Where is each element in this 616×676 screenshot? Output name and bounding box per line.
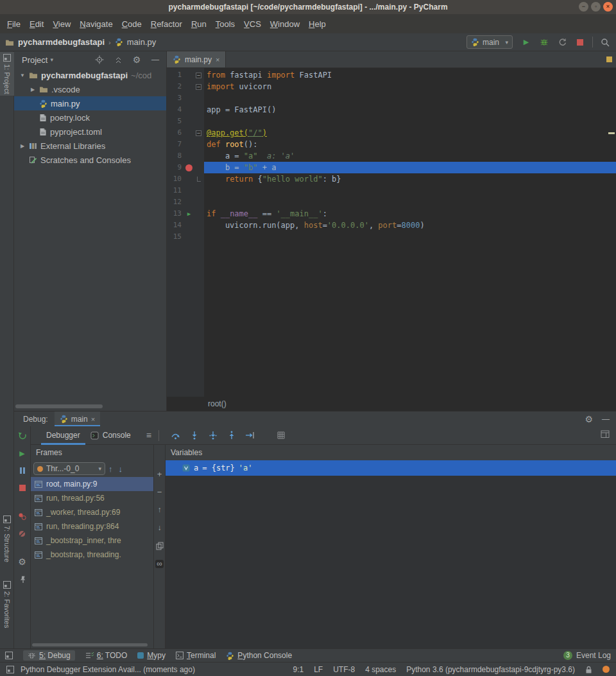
tool-button-structure[interactable]: 7: Structure	[0, 514, 14, 564]
code-line[interactable]: 14 uvicorn.run(app, host='0.0.0.0', port…	[167, 220, 616, 231]
gear-icon[interactable]: ⚙	[585, 415, 593, 424]
editor-tab-main-py[interactable]: main.py ×	[167, 51, 226, 67]
chevron-down-icon[interactable]: ▾	[50, 56, 53, 63]
line-number[interactable]: 3	[167, 92, 184, 104]
run-to-cursor-button[interactable]	[244, 429, 256, 441]
bug-button[interactable]	[538, 37, 550, 48]
fold-end-icon[interactable]	[197, 177, 201, 182]
run-line-icon[interactable]: ▶	[187, 208, 191, 220]
menu-item-file[interactable]: File	[3, 17, 25, 31]
line-number[interactable]: 14	[167, 220, 184, 231]
stack-frame-row[interactable]: _bootstrap_inner, thre	[31, 533, 153, 548]
tool-window-button-python-console[interactable]: Python Console	[226, 651, 292, 660]
tab-debugger[interactable]: Debugger	[41, 426, 85, 445]
menu-item-run[interactable]: Run	[187, 17, 211, 31]
pin-button[interactable]	[17, 573, 28, 585]
code-line[interactable]: 13▶if __name__ == '__main__':	[167, 208, 616, 220]
locate-button[interactable]	[94, 54, 105, 65]
previous-frame-icon[interactable]: ↑	[108, 464, 113, 474]
line-number[interactable]: 13	[167, 208, 184, 220]
code-line[interactable]: 9 b = "b" + a	[167, 162, 616, 173]
menu-item-code[interactable]: Code	[117, 17, 146, 31]
line-number[interactable]: 11	[167, 185, 184, 196]
expand-arrow-icon[interactable]: ▶	[19, 143, 26, 149]
resume-button[interactable]: ▶	[17, 447, 28, 459]
collapse-button[interactable]	[112, 54, 124, 65]
tree-item--vscode[interactable]: ▶.vscode	[14, 82, 166, 96]
toolwindow-switcher-icon[interactable]	[6, 666, 14, 673]
code-line[interactable]: 4app = FastAPI()	[167, 104, 616, 116]
lock-icon[interactable]	[585, 666, 592, 673]
menu-item-window[interactable]: Window	[266, 17, 304, 31]
view-breakpoints-grid-button[interactable]	[275, 429, 287, 441]
line-number[interactable]: 15	[167, 231, 184, 243]
menu-item-vcs[interactable]: VCS	[239, 17, 266, 31]
tree-item-pyproject-toml[interactable]: pyproject.toml	[14, 125, 166, 139]
step-over-button[interactable]	[170, 429, 182, 441]
thread-selector[interactable]: Thr...-0_0 ▾	[33, 462, 105, 475]
caret-position[interactable]: 9:1	[293, 665, 304, 674]
settings-button[interactable]: ⚙	[131, 54, 142, 65]
code-line[interactable]: 2−import uvicorn	[167, 81, 616, 92]
search-button[interactable]	[599, 37, 611, 48]
line-number[interactable]: 5	[167, 116, 184, 127]
step-into-button[interactable]	[189, 429, 200, 441]
code-line[interactable]: 7def root():	[167, 139, 616, 150]
line-number[interactable]: 8	[167, 150, 184, 162]
minimize-button[interactable]: −	[579, 2, 588, 12]
code-line[interactable]: 12	[167, 196, 616, 208]
line-number[interactable]: 9	[167, 162, 184, 173]
next-frame-icon[interactable]: ↓	[119, 464, 123, 474]
variable-row[interactable]: a = {str} 'a'	[166, 460, 616, 476]
tree-item-main-py[interactable]: main.py	[14, 96, 166, 110]
code-line[interactable]: 3	[167, 92, 616, 104]
close-session-icon[interactable]: ×	[91, 415, 95, 423]
line-number[interactable]: 4	[167, 104, 184, 116]
hide-button[interactable]: —	[150, 54, 161, 65]
stack-frame-row[interactable]: _worker, thread.py:69	[31, 505, 153, 519]
tool-window-button-mypy[interactable]: Mypy	[137, 651, 166, 660]
stop-red-button[interactable]	[17, 482, 28, 494]
tool-window-button-6-todo[interactable]: 6: TODO	[85, 651, 128, 660]
stack-frame-row[interactable]: run, thread.py:56	[31, 491, 153, 505]
settings-button[interactable]: ⚙	[17, 556, 28, 568]
tool-window-button-5-debug[interactable]: 5: Debug	[23, 650, 75, 661]
breadcrumb-project[interactable]: pycharmdebugfastapi	[18, 37, 105, 47]
expand-arrow-icon[interactable]: ▶	[30, 87, 36, 92]
hide-panel-icon[interactable]: —	[602, 415, 610, 423]
fold-collapse-icon[interactable]: −	[196, 130, 201, 136]
menu-item-refactor[interactable]: Refactor	[146, 17, 187, 31]
tree-item-external-libraries[interactable]: ▶External Libraries	[14, 139, 166, 153]
breadcrumb-file[interactable]: main.py	[127, 37, 157, 47]
stack-frame-row[interactable]: root, main.py:9	[31, 477, 153, 491]
code-line[interactable]: 8 a = "a" a: 'a'	[167, 150, 616, 162]
indent-style[interactable]: 4 spaces	[365, 665, 396, 674]
toolwindow-toggle-icon[interactable]	[5, 652, 13, 659]
pause-button[interactable]	[17, 465, 28, 476]
code-line[interactable]: 10 return {"hello world": b}	[167, 173, 616, 185]
collapse-arrow-icon[interactable]: ▼	[19, 73, 26, 78]
close-button[interactable]: ×	[603, 2, 613, 12]
tab-console[interactable]: Console	[85, 426, 136, 445]
mute-breakpoints-button[interactable]	[17, 528, 28, 539]
file-encoding[interactable]: UTF-8	[333, 665, 355, 674]
maximize-button[interactable]: ▫	[591, 2, 601, 12]
line-number[interactable]: 1	[167, 69, 184, 81]
line-number[interactable]: 10	[167, 173, 184, 185]
line-number[interactable]: 6	[167, 127, 184, 139]
add-watch-button[interactable]: +	[154, 468, 166, 480]
code-line[interactable]: 6−@app.get("/")	[167, 127, 616, 139]
error-stripe-mark[interactable]	[608, 132, 615, 134]
tree-item-scratches-and-consoles[interactable]: Scratches and Consoles	[14, 153, 166, 167]
move-up-button[interactable]: ↑	[154, 504, 166, 516]
rerun-button[interactable]	[17, 430, 28, 442]
coverage-button[interactable]	[556, 37, 568, 48]
frames-horizontal-scrollbar[interactable]	[32, 643, 148, 646]
title-bar[interactable]: pycharmdebugfastapi [~/code/pycharmdebug…	[0, 0, 616, 14]
step-out-button[interactable]	[226, 429, 237, 441]
view-breakpoints-button[interactable]	[17, 510, 28, 522]
inspection-indicator[interactable]	[606, 56, 612, 62]
line-number[interactable]: 7	[167, 139, 184, 150]
editor-breadcrumb-context[interactable]: root()	[208, 399, 227, 408]
interpreter[interactable]: Python 3.6 (pycharmdebugfastapi-9cdjtyrg…	[406, 665, 575, 674]
